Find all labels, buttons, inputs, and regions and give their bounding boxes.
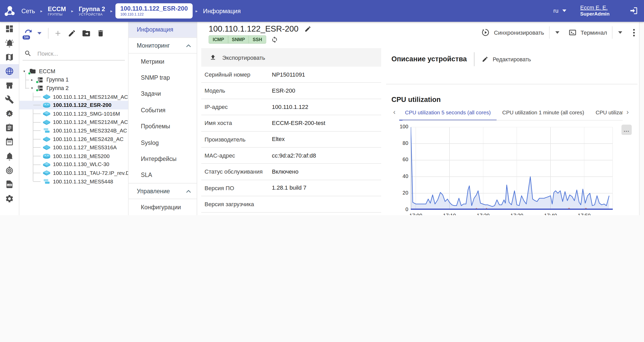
edit-node-button[interactable]: [68, 29, 76, 38]
tree-node-device-4[interactable]: 100.110.1.125_MES2324B_AC: [19, 126, 128, 135]
device-tab-ip: 100.110.1.122: [120, 12, 144, 17]
tree-node-device-7[interactable]: 100.110.1.128_ME5200: [19, 152, 128, 160]
tree-node-device-9[interactable]: 100.110.1.131_TAU-72.IP_rev.D_AC: [19, 169, 128, 177]
move-to-group-button[interactable]: [82, 29, 91, 38]
sidebar-item-logs[interactable]: LOG: [0, 177, 19, 192]
tree-node-device-5[interactable]: 100.110.1.126_MES2428_AC: [19, 135, 128, 143]
property-label: MAC-адрес: [205, 152, 270, 159]
tabs-scroll-right-button[interactable]: ›: [623, 107, 632, 120]
tree-node-device-10[interactable]: 100.110.1.132_MES5448: [19, 177, 128, 186]
collapse-caret-icon[interactable]: ▾: [22, 69, 27, 73]
logout-icon[interactable]: [629, 6, 638, 16]
router-icon: [43, 102, 50, 108]
nav-item-metrics[interactable]: Метрики: [129, 54, 197, 70]
nav-item-sla[interactable]: SLA: [129, 167, 197, 183]
property-value: Включено: [270, 168, 381, 176]
language-selector[interactable]: ru: [553, 8, 566, 14]
cpu-utilization-chart[interactable]: 02040608010017:0017:1017:2017:3017:4017:…: [411, 127, 613, 210]
device-description-block: Описание устройства Редактировать: [386, 48, 638, 84]
cpu-tab-2[interactable]: CPU utilizatic: [590, 107, 623, 120]
sidebar-item-tools[interactable]: [0, 93, 19, 107]
collapse-caret-icon[interactable]: ▾: [29, 86, 34, 90]
rename-device-button[interactable]: [304, 26, 311, 33]
nav-item-syslog[interactable]: Syslog: [129, 135, 197, 151]
nav-section-monitoring[interactable]: Мониторинг: [129, 38, 197, 54]
tree-node-device-6[interactable]: 100.110.1.127_MES5316A: [19, 143, 128, 152]
sidebar-item-dashboard[interactable]: [0, 22, 19, 36]
edit-description-button[interactable]: Редактировать: [482, 56, 531, 62]
nav-label: Управление: [137, 188, 170, 194]
pencil-icon: [482, 56, 488, 62]
cpu-chart-menu-button[interactable]: ...: [622, 125, 632, 135]
upload-icon: [210, 54, 216, 61]
tree-node-device-8[interactable]: 100.110.1.130_WLC-30: [19, 160, 128, 169]
refresh-dropdown-caret[interactable]: [37, 32, 42, 35]
nav-item-problems[interactable]: Проблемы: [129, 118, 197, 135]
tree-node-device-0[interactable]: 100.110.1.121_MES2124M_AC: [19, 92, 128, 101]
tree-node-group1[interactable]: ▸ Группа 1: [19, 76, 128, 84]
pencil-icon: [68, 29, 76, 38]
y-axis-tick: 20: [392, 190, 408, 196]
nav-item-snmp-trap[interactable]: SNMP trap: [129, 70, 197, 86]
y-axis-tick: 80: [392, 140, 408, 146]
gateway-device-icon: [43, 111, 50, 117]
add-node-button[interactable]: [54, 29, 62, 38]
sidebar-item-firmware[interactable]: A: [0, 107, 19, 121]
cpu-tab-1[interactable]: CPU utilization 1 minute (all cores): [496, 107, 590, 120]
breadcrumb-information[interactable]: Информация: [200, 8, 243, 14]
sidebar-item-calendar[interactable]: [0, 135, 19, 149]
sidebar-item-tasks[interactable]: [0, 121, 19, 135]
svg-text:A: A: [8, 112, 11, 116]
sidebar-item-store[interactable]: [0, 78, 19, 93]
tree-node-root[interactable]: ▾ ECCM: [19, 67, 128, 76]
vertical-divider: [474, 52, 475, 66]
sidebar-item-probe[interactable]: [0, 163, 19, 177]
tree-node-device-2[interactable]: 100.110.1.123_SMG-1016M: [19, 109, 128, 118]
group-icon: [37, 85, 43, 91]
breadcrumb-label: ECCM: [48, 5, 66, 12]
nav-item-information[interactable]: Информация: [129, 22, 197, 37]
storefront-icon: [5, 81, 14, 90]
app-logo-icon[interactable]: [0, 5, 19, 17]
gateway-icon: [43, 111, 50, 117]
tree-guide: [33, 130, 41, 131]
tabs-scroll-left-button[interactable]: ‹: [389, 107, 399, 120]
nav-item-interfaces[interactable]: Интерфейсы: [129, 151, 197, 167]
tree-guide: [33, 105, 41, 106]
breadcrumb-separator-icon: ▸: [40, 9, 42, 13]
sidebar-item-map[interactable]: [0, 50, 19, 64]
delete-node-button[interactable]: [97, 29, 105, 38]
tree-node-group2[interactable]: ▾ Группа 2: [19, 84, 128, 93]
refresh-availability-button[interactable]: [271, 36, 278, 43]
cpu-tab-0[interactable]: CPU utilization 5 seconds (all cores): [399, 107, 496, 120]
scrollbar-gutter[interactable]: [639, 22, 644, 215]
export-button[interactable]: Экспортировать: [201, 48, 381, 67]
breadcrumb-device-tab[interactable]: 100.110.1.122_ESR-200 100.110.1.122: [115, 3, 193, 19]
sidebar-item-notifications[interactable]: [0, 149, 19, 163]
tree-search: [22, 47, 125, 61]
nav-item-tasks[interactable]: Задачи: [129, 86, 197, 102]
search-input[interactable]: [37, 50, 106, 57]
breadcrumb-eccm-groups[interactable]: ECCM ГРУППЫ: [45, 5, 68, 16]
tree-node-device-3[interactable]: 100.110.1.124_MES2124M_AC: [19, 118, 128, 127]
expand-caret-icon[interactable]: ▸: [29, 78, 34, 82]
protocol-badge-icmp: ICMP: [209, 36, 228, 43]
sidebar-item-settings[interactable]: [0, 191, 19, 206]
breadcrumb-network[interactable]: Сеть: [19, 8, 37, 14]
user-name: Eccm E. E.: [580, 4, 608, 11]
tree-guide: [26, 80, 29, 80]
trash-icon: [97, 29, 105, 38]
nav-label: Syslog: [141, 139, 159, 146]
nav-item-events[interactable]: События: [129, 102, 197, 118]
property-label: Модель: [205, 87, 270, 94]
auto-refresh-button[interactable]: 1m: [24, 28, 34, 39]
tree-node-device-1[interactable]: 100.110.1.122_ESR-200: [19, 101, 128, 109]
nav-item-configurations[interactable]: Конфигурации: [129, 199, 197, 215]
protocol-badges: ICMPSNMPSSH: [209, 35, 278, 44]
nav-section-management[interactable]: Управление: [129, 183, 197, 199]
x-axis-tick: 17:00: [406, 213, 426, 215]
sidebar-item-alarms[interactable]: [0, 36, 19, 50]
breadcrumb-group2-devices[interactable]: Группа 2 УСТРОЙСТВА: [76, 5, 107, 16]
sidebar-item-network[interactable]: [0, 64, 19, 78]
user-menu[interactable]: Eccm E. E. SuperAdmin: [580, 4, 609, 18]
